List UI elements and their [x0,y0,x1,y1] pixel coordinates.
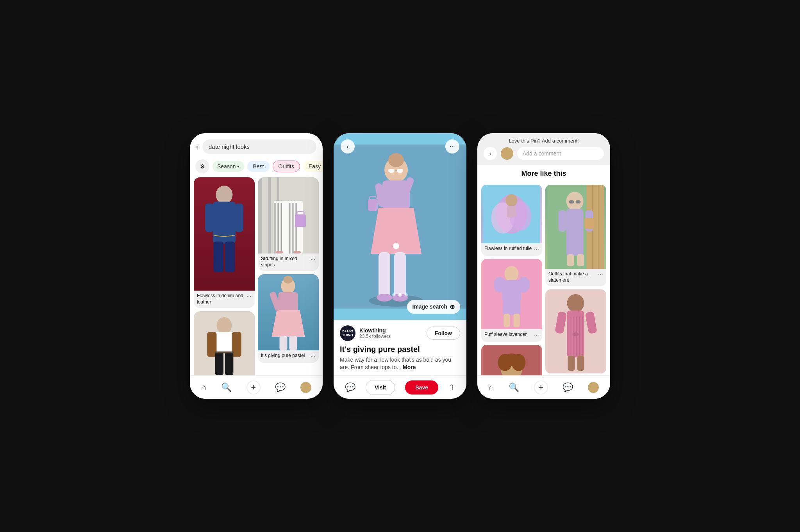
follow-button[interactable]: Follow [427,327,460,340]
svg-rect-11 [225,352,233,375]
nav-search-icon-3[interactable]: 🔍 [509,382,519,393]
mlt1-more-button[interactable]: ··· [532,246,539,253]
pin4-caption: It's giving pure pastel [261,353,309,359]
comment-icon[interactable]: 💬 [345,382,355,393]
feed-right-col: Strutting in mixed stripes ··· [258,177,319,375]
nav-search-icon[interactable]: 🔍 [221,382,232,393]
more-like-title: More like this [483,170,605,178]
svg-rect-78 [559,210,566,232]
search-bar[interactable]: date night looks [202,139,316,154]
svg-rect-23 [296,203,297,254]
author-name: Klowthing [359,327,391,334]
svg-rect-12 [215,352,234,353]
image-search-icon: ⊕ [450,303,455,311]
pin-card-pastel-small[interactable]: It's giving pure pastel ··· [258,274,319,363]
more-pin-curly[interactable] [481,345,542,375]
phone-more-like-this: Love this Pin? Add a comment! ‹ Add a co… [477,133,610,399]
mlt1-caption: Flawless in ruffled tulle [484,246,532,252]
filter-icon-button[interactable]: ⚙ [195,159,209,173]
svg-rect-18 [275,203,276,254]
pin-detail-desc: Make way for a new look that's as bold a… [340,356,460,371]
phone-search: ‹ date night looks ⚙ Season ▾ Best Ou [190,133,323,399]
chip-best[interactable]: Best [247,161,269,172]
pin-detail-image-area: ‹ ··· [334,133,466,320]
pin1-more-button[interactable]: ··· [245,293,252,300]
more-pin-puff[interactable]: Puff sleeve lavender ··· [481,259,542,342]
chip-season-label: Season [217,163,236,170]
svg-point-29 [284,276,293,284]
svg-point-58 [505,266,519,282]
svg-rect-76 [576,200,581,204]
nav-add-button[interactable]: + [246,380,261,395]
pin-detail-info: KLOWTHING Klowthing 23.5k followers Foll… [334,320,466,375]
more-link[interactable]: More [403,364,416,370]
svg-rect-77 [566,209,584,256]
mlt2-more-button[interactable]: ··· [596,271,603,278]
nav-avatar-3[interactable] [588,382,599,393]
svg-rect-44 [379,252,390,299]
pin2-more-button[interactable]: ··· [309,256,316,263]
svg-rect-24 [295,214,306,227]
svg-rect-80 [585,218,595,229]
nav-chat-icon[interactable]: 💬 [275,382,286,393]
svg-point-74 [566,192,584,211]
search-query: date night looks [209,143,250,150]
author-logo-text: KLOWTHING [342,329,353,337]
svg-point-61 [518,277,530,293]
author-followers: 23.5k followers [359,334,391,339]
more-options-button[interactable]: ··· [445,139,459,154]
pin-card-leather[interactable] [194,311,255,375]
pin4-more-button[interactable]: ··· [309,353,316,360]
mlt3-caption: Puff sleeve lavender [484,332,532,338]
image-search-label: Image search [412,303,448,310]
svg-rect-14 [258,177,262,254]
nav-home-icon-3[interactable]: ⌂ [489,382,494,393]
svg-rect-64 [514,314,520,327]
more-pin-pink-dress[interactable] [545,289,606,373]
svg-point-69 [504,353,520,366]
svg-point-0 [216,186,233,204]
chip-easy[interactable]: Easy [303,161,323,172]
svg-rect-39 [397,169,403,173]
image-search-button[interactable]: Image search ⊕ [407,300,461,314]
pin-card-denim[interactable]: Flawless in denim and leather ··· [194,177,255,308]
comment-placeholder: Add a comment [523,150,561,157]
carousel-dots [334,293,466,296]
more-pin-lavender-dress[interactable]: Outfits that make a statement ··· [545,185,606,286]
feed-grid: Flawless in denim and leather ··· [190,177,323,375]
svg-rect-30 [279,292,298,312]
nav-chat-icon-3[interactable]: 💬 [562,382,573,393]
svg-rect-22 [293,203,294,254]
svg-rect-32 [289,336,297,350]
visit-button[interactable]: Visit [366,380,395,395]
share-icon[interactable]: ⇧ [448,383,455,392]
more-like-this-section: More like this [477,165,610,185]
nav-add-button-3[interactable]: + [534,380,548,395]
feed-left-col: Flawless in denim and leather ··· [194,177,255,375]
save-button[interactable]: Save [405,380,438,395]
svg-rect-15 [268,177,271,254]
more-left-col: Flawless in ruffled tulle ··· [481,185,542,375]
svg-rect-10 [215,352,223,375]
bottom-nav-3: ⌂ 🔍 + 💬 [477,375,610,399]
author-left: KLOWTHING Klowthing 23.5k followers [340,325,391,341]
dot-3 [405,293,408,296]
comment-back-button[interactable]: ‹ [484,147,497,160]
nav-home-icon[interactable]: ⌂ [201,382,206,393]
back-button[interactable]: ‹ [341,139,355,154]
author-info: Klowthing 23.5k followers [359,327,391,339]
back-icon[interactable]: ‹ [196,143,198,151]
pin2-caption: Strutting in mixed stripes [261,256,309,268]
pin-card-stripes[interactable]: Strutting in mixed stripes ··· [258,177,319,271]
more-right-col: Outfits that make a statement ··· [545,185,606,375]
phones-container: ‹ date night looks ⚙ Season ▾ Best Ou [190,133,610,399]
chip-season[interactable]: Season ▾ [212,161,244,172]
comment-bar: Love this Pin? Add a comment! ‹ Add a co… [477,133,610,165]
comment-input[interactable]: Add a comment [517,147,604,160]
mlt3-more-button[interactable]: ··· [532,332,539,339]
pin1-caption: Flawless in denim and leather [197,293,245,305]
nav-avatar[interactable] [300,382,311,393]
chip-outfits[interactable]: Outfits [273,161,300,172]
comment-prompt: Love this Pin? Add a comment! [484,138,604,144]
more-pin-ruffled[interactable]: Flawless in ruffled tulle ··· [481,185,542,256]
